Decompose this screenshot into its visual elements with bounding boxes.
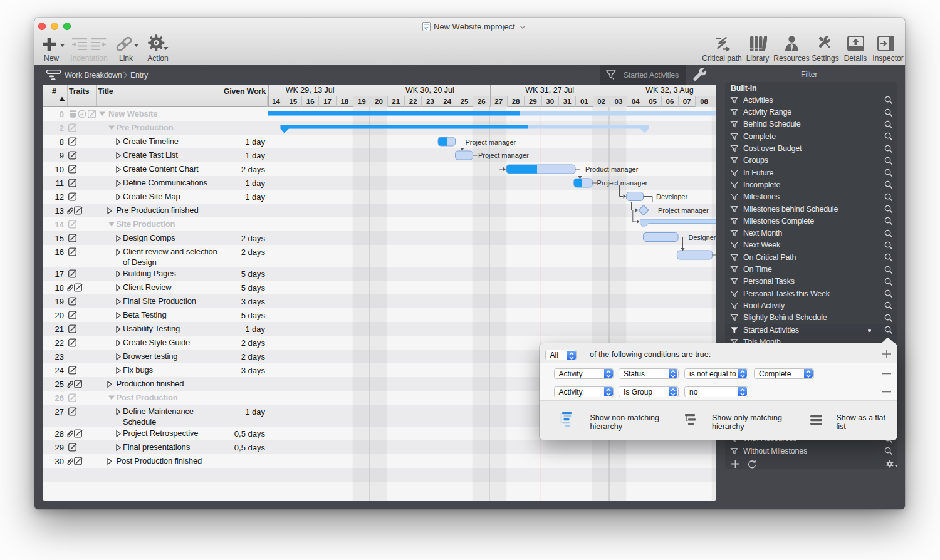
svg-text:Project manager: Project manager [597, 179, 648, 187]
svg-text:Product manager: Product manager [585, 165, 639, 173]
svg-text:Project manager: Project manager [466, 138, 516, 146]
svg-text:Designer: Designer [689, 234, 716, 241]
svg-text:Project manager: Project manager [478, 152, 529, 159]
svg-text:Developer: Developer [656, 193, 687, 200]
svg-text:Project manager: Project manager [658, 207, 709, 214]
